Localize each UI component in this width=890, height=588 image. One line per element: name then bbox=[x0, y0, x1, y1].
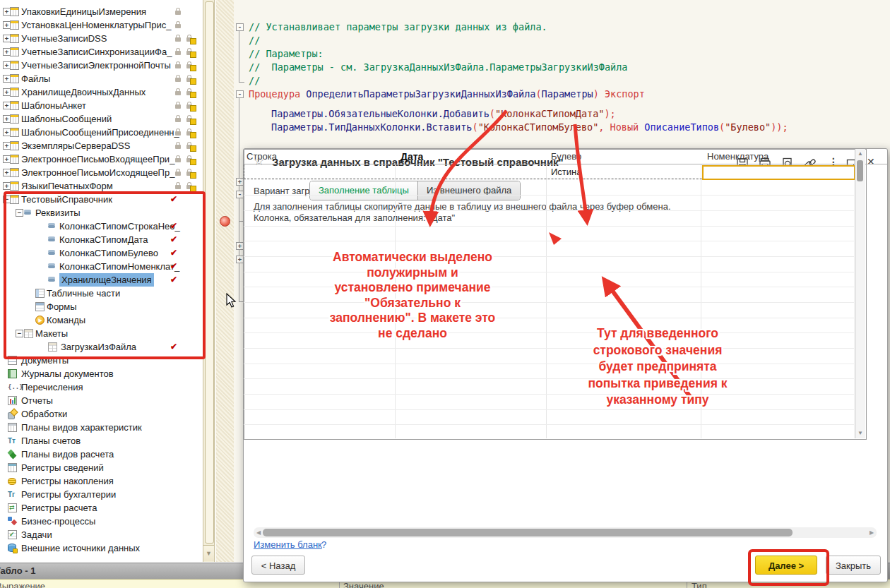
scrollbar-thumb[interactable] bbox=[263, 529, 793, 536]
close-button[interactable]: Закрыть bbox=[826, 556, 881, 575]
tree-item-label: Планы счетов bbox=[21, 434, 81, 448]
lock-icon bbox=[175, 145, 181, 149]
column-header-2[interactable]: Дата bbox=[400, 149, 423, 164]
catalog-icon bbox=[10, 47, 19, 56]
code-line: Процедура ОпределитьПараметрыЗагрузкиДан… bbox=[249, 88, 645, 101]
extension-cube-icon bbox=[190, 105, 196, 112]
fold-minus-icon[interactable]: - bbox=[236, 90, 244, 98]
scroll-down-icon[interactable]: ▼ bbox=[203, 545, 214, 561]
tree-item-label: УчетныеЗаписиСинхронизацииФа_ bbox=[21, 45, 172, 59]
tree-item[interactable]: Регистры расчета bbox=[0, 501, 203, 515]
cell-nomenclature-selected[interactable] bbox=[702, 165, 855, 180]
tree-item[interactable]: +УчетныеЗаписиЭлектроннойПочты bbox=[0, 59, 203, 72]
tree-item[interactable]: +ЭкземплярыСервераDSS bbox=[0, 139, 203, 152]
extension-cube-icon bbox=[190, 78, 196, 85]
breakpoint-gutter[interactable] bbox=[216, 0, 234, 562]
tree-item[interactable]: +ЭлектронноеПисьмоВходящееПри_ bbox=[0, 152, 203, 166]
help-icon[interactable]: ? bbox=[321, 539, 326, 550]
tree-item-label: Регистры бухгалтерии bbox=[21, 488, 116, 501]
tree-item[interactable]: Регистры накопления bbox=[0, 474, 203, 488]
tree-item-label: УстановкаЦенНоменклатурыПрис_ bbox=[21, 18, 171, 32]
tab-from-external-file[interactable]: Из внешнего файла bbox=[417, 181, 520, 200]
catalog-icon bbox=[10, 88, 19, 97]
tree-item[interactable]: Планы видов расчета bbox=[0, 448, 203, 461]
table-hscrollbar[interactable]: ◀ ▶ bbox=[254, 527, 877, 538]
tree-item-label: ШаблоныСообщенийПрисоединенн_ bbox=[21, 126, 179, 139]
column-header-1[interactable]: Строка bbox=[247, 149, 277, 164]
table-vscrollbar[interactable]: ▲ ▼ bbox=[855, 149, 865, 438]
code-line: // bbox=[249, 74, 260, 88]
tree-item-label: ЭлектронноеПисьмоВходящееПри_ bbox=[21, 152, 174, 166]
tree-item[interactable]: +УпаковкиЕдиницыИзмерения bbox=[0, 5, 203, 18]
tree-item[interactable]: Перечисления bbox=[0, 380, 203, 394]
tree-item-label: Планы видов характеристик bbox=[21, 421, 142, 434]
configurator-window: // Устанавливает параметры загрузки данн… bbox=[0, 0, 890, 588]
tree-item[interactable]: +ШаблоныСообщений bbox=[0, 112, 203, 126]
scroll-left-icon[interactable]: ◀ bbox=[256, 529, 261, 536]
tree-item[interactable]: +ШаблоныСообщенийПрисоединенн_ bbox=[0, 126, 203, 139]
lock-icon bbox=[175, 78, 181, 82]
extension-cube-icon bbox=[190, 65, 196, 71]
edit-blank-link[interactable]: Изменить бланк bbox=[254, 539, 322, 550]
catalog-icon bbox=[10, 61, 19, 70]
tree-item[interactable]: +УстановкаЦенНоменклатурыПрис_ bbox=[0, 18, 203, 32]
scrollbar-thumb[interactable] bbox=[205, 1, 214, 544]
tree-item-label: ШаблоныСообщений bbox=[21, 112, 112, 126]
tree-item-label: УчетныеЗаписиЭлектроннойПочты bbox=[21, 59, 171, 72]
extension-cube-icon bbox=[190, 145, 196, 152]
accumreg-icon bbox=[8, 478, 16, 485]
calcreg-icon bbox=[8, 503, 17, 512]
load-data-dialog: ☆ Загрузка данных в справочник "Тестовый… bbox=[243, 148, 888, 582]
scrollbar-thumb[interactable] bbox=[857, 160, 863, 181]
tab-fill-table[interactable]: Заполнение таблицы bbox=[310, 181, 417, 200]
tree-item[interactable]: Журналы документов bbox=[0, 367, 203, 380]
scroll-right-icon[interactable]: ▶ bbox=[870, 529, 874, 536]
tree-item[interactable]: Регистры бухгалтерии bbox=[0, 488, 203, 501]
tree-item[interactable]: +ШаблоныАнкет bbox=[0, 99, 203, 112]
fold-minus-icon[interactable]: - bbox=[236, 23, 244, 31]
row-gridline bbox=[244, 394, 854, 395]
row-gridline bbox=[244, 409, 854, 410]
tree-item[interactable]: +УчетныеЗаписиСинхронизацииФа_ bbox=[0, 45, 203, 59]
tree-item[interactable]: Отчеты bbox=[0, 394, 203, 407]
load-variant-switch: Заполнение таблицы Из внешнего файла bbox=[309, 181, 521, 200]
tablo-title: Табло - 1 bbox=[0, 565, 35, 576]
column-header-4[interactable]: Номенклатура bbox=[707, 149, 769, 164]
tree-item-label: Бизнес-процессы bbox=[21, 515, 95, 528]
code-line: // Параметры: bbox=[249, 47, 324, 61]
tree-item[interactable]: +Файлы bbox=[0, 72, 203, 85]
lock-icon bbox=[175, 185, 181, 189]
tree-item[interactable]: Планы счетов bbox=[0, 434, 203, 448]
tree-item[interactable]: Регистры сведений bbox=[0, 461, 203, 474]
tree-item[interactable]: Внешние источники данных bbox=[0, 541, 203, 555]
tree-item-label: УпаковкиЕдиницыИзмерения bbox=[21, 5, 146, 18]
tree-item[interactable]: Бизнес-процессы bbox=[0, 515, 203, 528]
tree-item[interactable]: +УчетныеЗаписиDSS bbox=[0, 32, 203, 45]
tree-item[interactable]: Обработки bbox=[0, 407, 203, 421]
fold-line bbox=[239, 82, 244, 83]
extension-cube-icon bbox=[190, 119, 196, 125]
tree-item[interactable]: +ЭлектронноеПисьмоИсходящееПр_ bbox=[0, 166, 203, 179]
tree-item[interactable]: Планы видов характеристик bbox=[0, 421, 203, 434]
column-header-3[interactable]: Булево bbox=[551, 149, 581, 164]
fold-line bbox=[239, 98, 239, 302]
breakpoint-marker[interactable] bbox=[220, 216, 230, 227]
lock-icon bbox=[175, 131, 181, 136]
cell-boolean-value[interactable]: Истина bbox=[551, 164, 581, 179]
row-gridline bbox=[244, 348, 854, 349]
lock-icon bbox=[175, 24, 181, 28]
tree-item[interactable]: +ХранилищеДвоичныхДанных bbox=[0, 85, 203, 99]
tree-item-label: Журналы документов bbox=[21, 367, 114, 380]
row-gridline bbox=[244, 287, 854, 287]
catalog-icon bbox=[10, 34, 19, 43]
info-line-2: Колонка, обязательная для заполнения: "Д… bbox=[254, 212, 455, 223]
accounts-icon bbox=[8, 436, 17, 445]
enums-icon bbox=[8, 383, 17, 392]
scroll-down-icon[interactable]: ▼ bbox=[858, 430, 863, 436]
back-button[interactable]: < Назад bbox=[251, 556, 305, 575]
scroll-up-icon[interactable]: ▲ bbox=[858, 150, 863, 157]
tree-item[interactable]: Задачи bbox=[0, 528, 203, 541]
tree-item-label: Обработки bbox=[21, 407, 67, 421]
calc-plans-icon bbox=[8, 450, 17, 459]
tree-item-label: ЭлектронноеПисьмоИсходящееПр_ bbox=[21, 166, 174, 179]
